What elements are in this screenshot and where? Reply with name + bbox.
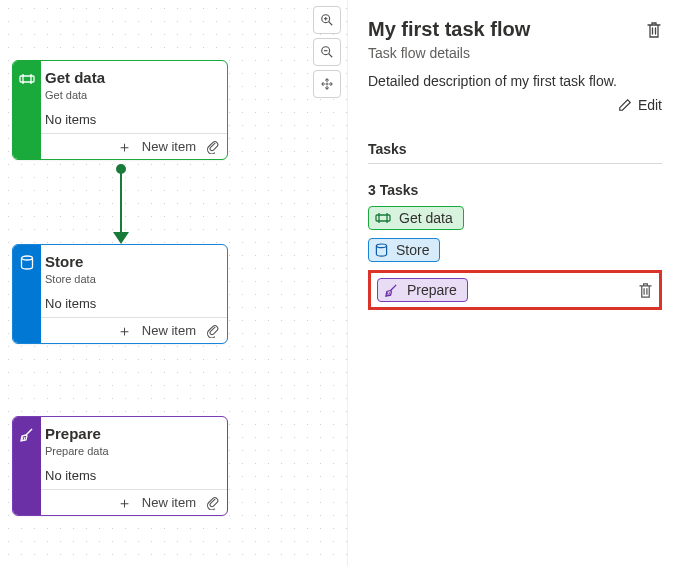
svg-point-18 bbox=[376, 244, 386, 248]
canvas-card-prepare[interactable]: Prepare Prepare data No items ＋ New item bbox=[12, 416, 228, 516]
new-item-button[interactable]: New item bbox=[142, 139, 196, 154]
panel-description: Detailed description of my first task fl… bbox=[368, 73, 662, 89]
card-color-bar bbox=[13, 417, 41, 515]
card-title: Prepare bbox=[45, 425, 217, 442]
trash-icon bbox=[638, 282, 653, 299]
svg-line-21 bbox=[389, 292, 390, 295]
database-icon bbox=[375, 243, 388, 258]
database-icon bbox=[20, 255, 34, 271]
card-color-bar bbox=[13, 61, 41, 159]
new-item-button[interactable]: New item bbox=[142, 323, 196, 338]
fit-view-icon bbox=[320, 77, 334, 91]
delete-task-button[interactable] bbox=[638, 282, 653, 299]
connector-line bbox=[120, 168, 122, 234]
fit-view-button[interactable] bbox=[313, 70, 341, 98]
chip-label: Store bbox=[396, 242, 429, 258]
zoom-in-button[interactable] bbox=[313, 6, 341, 34]
tasks-heading: Tasks bbox=[368, 141, 662, 164]
task-chip-prepare[interactable]: Prepare bbox=[377, 278, 468, 302]
card-subtitle: Get data bbox=[45, 89, 217, 101]
svg-line-1 bbox=[329, 22, 333, 26]
card-title: Get data bbox=[45, 69, 217, 86]
attachment-icon[interactable] bbox=[206, 495, 219, 510]
svg-line-14 bbox=[24, 437, 25, 440]
zoom-out-button[interactable] bbox=[313, 38, 341, 66]
scroll-icon bbox=[375, 211, 391, 225]
svg-line-12 bbox=[26, 429, 32, 435]
edit-button[interactable]: Edit bbox=[618, 97, 662, 113]
scroll-icon bbox=[19, 71, 35, 87]
canvas-card-get-data[interactable]: Get data Get data No items ＋ New item bbox=[12, 60, 228, 160]
card-subtitle: Prepare data bbox=[45, 445, 217, 457]
card-subtitle: Store data bbox=[45, 273, 217, 285]
svg-rect-15 bbox=[376, 215, 390, 221]
svg-rect-8 bbox=[20, 76, 34, 82]
card-title: Store bbox=[45, 253, 217, 270]
details-panel: My first task flow Task flow details Det… bbox=[348, 0, 678, 566]
new-item-button[interactable]: New item bbox=[142, 495, 196, 510]
task-chip-prepare-selected: Prepare bbox=[368, 270, 662, 310]
trash-icon bbox=[646, 21, 662, 39]
task-chip-store[interactable]: Store bbox=[368, 238, 440, 262]
plus-icon: ＋ bbox=[117, 323, 132, 338]
attachment-icon[interactable] bbox=[206, 139, 219, 154]
card-noitems-label: No items bbox=[45, 468, 217, 483]
tasks-count: 3 Tasks bbox=[368, 182, 662, 198]
plus-icon: ＋ bbox=[117, 139, 132, 154]
canvas-card-store[interactable]: Store Store data No items ＋ New item bbox=[12, 244, 228, 344]
card-color-bar bbox=[13, 245, 41, 343]
plus-icon: ＋ bbox=[117, 495, 132, 510]
connector-arrowhead bbox=[113, 232, 129, 244]
attachment-icon[interactable] bbox=[206, 323, 219, 338]
svg-point-7 bbox=[326, 83, 328, 85]
card-noitems-label: No items bbox=[45, 112, 217, 127]
chip-label: Get data bbox=[399, 210, 453, 226]
svg-line-5 bbox=[329, 54, 333, 58]
pencil-icon bbox=[618, 98, 632, 112]
broom-icon bbox=[384, 283, 399, 298]
broom-icon bbox=[19, 427, 35, 443]
delete-flow-button[interactable] bbox=[646, 21, 662, 39]
task-chip-get-data[interactable]: Get data bbox=[368, 206, 464, 230]
panel-title: My first task flow bbox=[368, 18, 530, 41]
chip-label: Prepare bbox=[407, 282, 457, 298]
zoom-in-icon bbox=[320, 13, 334, 27]
svg-point-11 bbox=[22, 256, 33, 260]
panel-subtitle: Task flow details bbox=[368, 45, 662, 61]
zoom-out-icon bbox=[320, 45, 334, 59]
card-noitems-label: No items bbox=[45, 296, 217, 311]
svg-line-19 bbox=[391, 284, 397, 290]
edit-label: Edit bbox=[638, 97, 662, 113]
zoom-controls bbox=[313, 6, 341, 98]
flow-canvas[interactable]: Get data Get data No items ＋ New item bbox=[0, 0, 348, 566]
